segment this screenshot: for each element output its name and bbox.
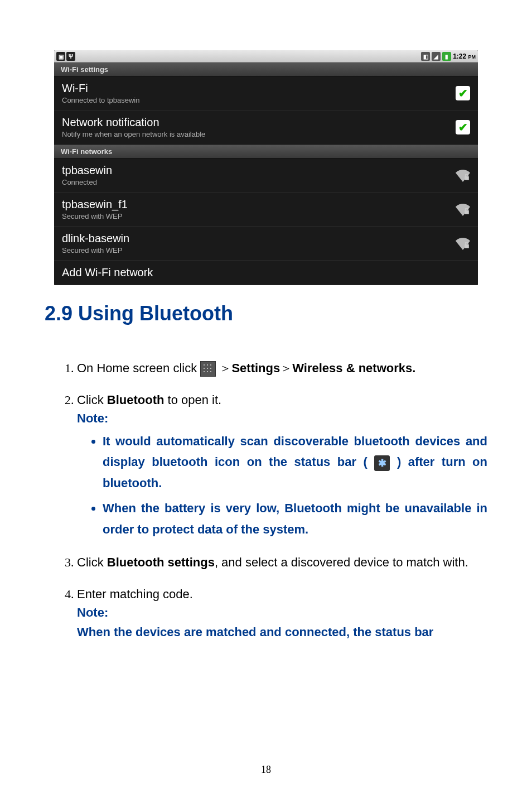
apps-grid-icon [200, 361, 216, 377]
step-4: Enter matching code. Note: When the devi… [77, 585, 487, 642]
note-list: It would automatically scan discoverable… [77, 431, 487, 540]
step-text: to open it. [164, 393, 221, 407]
section-heading: 2.9 Using Bluetooth [45, 302, 487, 325]
row-subtitle: Connected to tpbasewin [62, 96, 139, 104]
status-right: ◧ ◢ ▮ 1:22 PM [421, 52, 476, 61]
status-left: ▣ Ψ [56, 52, 75, 61]
step-text: On Home screen click [77, 361, 200, 375]
network-status: Secured with WEP [62, 212, 128, 220]
wifi-secured-icon [456, 236, 470, 251]
bluetooth-label: Bluetooth [107, 393, 165, 407]
settings-label: Settings [231, 361, 280, 375]
note-label: Note: [77, 603, 487, 622]
step-3: Click Bluetooth settings, and select a d… [77, 553, 487, 571]
network-status: Connected [62, 178, 112, 186]
wifi-secured-icon [456, 202, 470, 217]
note-label: Note: [77, 409, 487, 427]
status-bar: ▣ Ψ ◧ ◢ ▮ 1:22 PM [54, 50, 478, 63]
row-title: Wi-Fi [62, 82, 139, 95]
row-wifi-toggle[interactable]: Wi-Fi Connected to tpbasewin ✔ [54, 76, 478, 110]
bluetooth-status-icon: ✱ [374, 455, 390, 471]
section-header-wifi-networks: Wi-Fi networks [54, 145, 478, 158]
step-text: Click [77, 555, 107, 569]
note-text: When the devices are matched and connect… [77, 622, 487, 642]
page-number: 18 [0, 764, 532, 776]
row-network-notification[interactable]: Network notification Notify me when an o… [54, 110, 478, 145]
step-text: , and select a discovered device to matc… [215, 555, 468, 569]
step-2: Click Bluetooth to open it. Note: It wou… [77, 391, 487, 540]
android-icon: ▣ [56, 52, 65, 61]
step-text: Enter matching code. [77, 587, 193, 601]
note-item: It would automatically scan discoverable… [103, 431, 487, 493]
network-row-dlink-basewin[interactable]: dlink-basewin Secured with WEP [54, 227, 478, 261]
chevron: ＞ [219, 361, 231, 375]
usb-icon: Ψ [66, 52, 75, 61]
signal-icon: ◢ [432, 52, 441, 61]
step-1: On Home screen click ＞Settings＞Wireless … [77, 359, 487, 377]
wireless-label: Wireless & networks. [292, 361, 415, 375]
network-row-tpbasewin-f1[interactable]: tpbasewin_f1 Secured with WEP [54, 193, 478, 227]
row-subtitle: Notify me when an open network is availa… [62, 130, 205, 138]
network-row-tpbasewin[interactable]: tpbasewin Connected [54, 158, 478, 193]
note-item: When the battery is very low, Bluetooth … [103, 498, 487, 540]
section-header-wifi-settings: Wi-Fi settings [54, 63, 478, 76]
network-name: dlink-basewin [62, 232, 129, 245]
network-name: tpbasewin [62, 164, 112, 177]
clock: 1:22 PM [453, 52, 476, 60]
network-status: Secured with WEP [62, 246, 129, 254]
wifi-settings-screenshot: ▣ Ψ ◧ ◢ ▮ 1:22 PM Wi-Fi settings Wi-Fi C… [54, 50, 478, 285]
checkbox-checked-icon[interactable]: ✔ [456, 86, 470, 100]
row-title: Add Wi-Fi network [62, 266, 153, 279]
data-icon: ◧ [421, 52, 430, 61]
chevron: ＞ [280, 361, 292, 375]
row-add-wifi-network[interactable]: Add Wi-Fi network [54, 261, 478, 285]
bluetooth-settings-label: Bluetooth settings [107, 555, 215, 569]
step-text: Click [77, 393, 107, 407]
wifi-secured-icon [456, 168, 470, 182]
battery-icon: ▮ [442, 52, 451, 61]
network-name: tpbasewin_f1 [62, 198, 128, 211]
row-title: Network notification [62, 116, 205, 129]
checkbox-checked-icon[interactable]: ✔ [456, 120, 470, 134]
step-list: On Home screen click ＞Settings＞Wireless … [45, 359, 487, 642]
